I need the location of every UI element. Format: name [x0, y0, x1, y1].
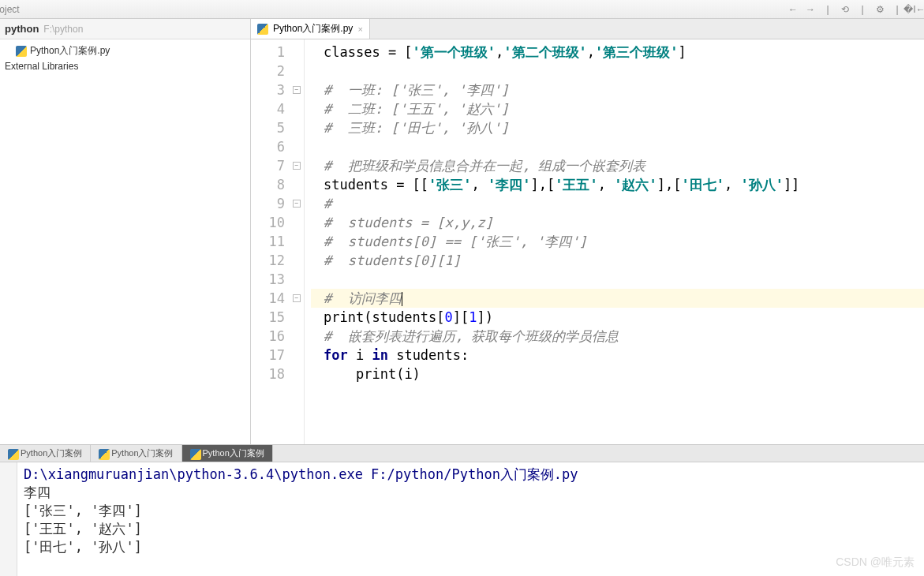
run-tab[interactable]: Python入门案例 [182, 445, 273, 462]
run-tab[interactable]: Python入门案例 [0, 445, 91, 462]
console-line: ['张三', '李四'] [24, 502, 918, 520]
console-panel: D:\xiangmuruanjian\python-3.6.4\python.e… [0, 462, 924, 576]
python-file-icon [190, 449, 200, 458]
code-line[interactable]: print(students[0][1]) [311, 308, 924, 327]
fold-icon[interactable]: − [293, 86, 301, 94]
text-cursor [402, 292, 402, 306]
main-area: python F:\python Python入门案例.py External … [0, 19, 924, 444]
fold-icon[interactable]: − [293, 294, 301, 302]
line-gutter: 123−4567−89−1011121314−15161718 [251, 39, 305, 444]
code-line[interactable]: # students[0] == ['张三', '李四'] [311, 232, 924, 251]
console-line: ['王五', '赵六'] [24, 520, 918, 538]
run-tabs: Python入门案例Python入门案例Python入门案例 [0, 444, 924, 462]
collapse-icon[interactable]: �I← [908, 3, 921, 16]
top-toolbar: oject ← → | ⟲ | ⚙ | �I← [0, 0, 924, 19]
project-label: oject [3, 3, 16, 16]
watermark: CSDN @唯元素 [836, 555, 915, 570]
code-editor[interactable]: 123−4567−89−1011121314−15161718 classes … [251, 39, 924, 444]
code-line[interactable]: # [311, 194, 924, 213]
file-tree-item[interactable]: Python入门案例.py [0, 43, 250, 59]
console-gutter [0, 462, 17, 576]
code-line[interactable] [311, 137, 924, 156]
code-line[interactable]: # 二班: ['王五', '赵六'] [311, 99, 924, 118]
sync-icon[interactable]: ⟲ [839, 3, 851, 16]
code-line[interactable]: # 把班级和学员信息合并在一起, 组成一个嵌套列表 [311, 156, 924, 175]
code-line[interactable]: # 三班: ['田七', '孙八'] [311, 118, 924, 137]
code-line[interactable]: classes = ['第一个班级','第二个班级','第三个班级'] [311, 43, 924, 62]
code-line[interactable]: # 嵌套列表进行遍历, 获取每个班级的学员信息 [311, 327, 924, 346]
divider-icon: | [856, 3, 869, 16]
python-file-icon [16, 46, 27, 57]
project-header[interactable]: python F:\python [0, 19, 250, 39]
project-path: F:\python [43, 24, 83, 35]
run-tab-label: Python入门案例 [111, 447, 173, 459]
code-line[interactable] [311, 62, 924, 80]
code-content[interactable]: classes = ['第一个班级','第二个班级','第三个班级'] # 一班… [305, 39, 924, 444]
python-file-icon [8, 449, 17, 458]
code-line[interactable] [311, 270, 924, 289]
editor-tabs: Python入门案例.py × [251, 19, 924, 39]
close-icon[interactable]: × [357, 24, 362, 34]
gear-icon[interactable]: ⚙ [873, 3, 886, 16]
code-line[interactable]: for i in students: [311, 346, 924, 365]
console-line: ['田七', '孙八'] [24, 538, 918, 556]
run-tab-label: Python入门案例 [203, 447, 264, 459]
fold-icon[interactable]: − [293, 200, 301, 208]
project-sidebar: python F:\python Python入门案例.py External … [0, 19, 251, 444]
run-tab-label: Python入门案例 [21, 447, 82, 459]
code-line[interactable]: # students = [x,y,z] [311, 213, 924, 232]
python-file-icon [257, 24, 268, 35]
ide-window: oject ← → | ⟲ | ⚙ | �I← python F:\python… [0, 0, 924, 576]
editor-tab[interactable]: Python入门案例.py × [251, 19, 370, 39]
fold-icon[interactable]: − [293, 162, 301, 170]
code-line[interactable]: # 访问李四 [311, 289, 924, 308]
divider-icon: | [821, 3, 834, 16]
run-tab[interactable]: Python入门案例 [91, 445, 181, 462]
forward-icon[interactable]: → [804, 3, 817, 16]
back-icon[interactable]: ← [787, 3, 799, 16]
console-output[interactable]: D:\xiangmuruanjian\python-3.6.4\python.e… [17, 462, 924, 576]
editor-pane: Python入门案例.py × 123−4567−89−1011121314−1… [251, 19, 924, 444]
code-line[interactable]: print(i) [311, 365, 924, 383]
tab-label: Python入门案例.py [273, 22, 353, 36]
code-line[interactable]: # 一班: ['张三', '李四'] [311, 80, 924, 99]
code-line[interactable]: # students[0][1] [311, 251, 924, 270]
external-libraries[interactable]: External Libraries [0, 59, 250, 73]
console-command: D:\xiangmuruanjian\python-3.6.4\python.e… [24, 466, 918, 484]
file-tree: Python入门案例.py External Libraries [0, 39, 250, 77]
file-name: Python入门案例.py [30, 44, 110, 58]
code-line[interactable]: students = [['张三', '李四'],['王五', '赵六'],['… [311, 175, 924, 194]
python-file-icon [99, 449, 108, 458]
console-line: 李四 [24, 484, 918, 502]
divider-icon: | [891, 3, 903, 16]
project-name: python [5, 23, 39, 35]
